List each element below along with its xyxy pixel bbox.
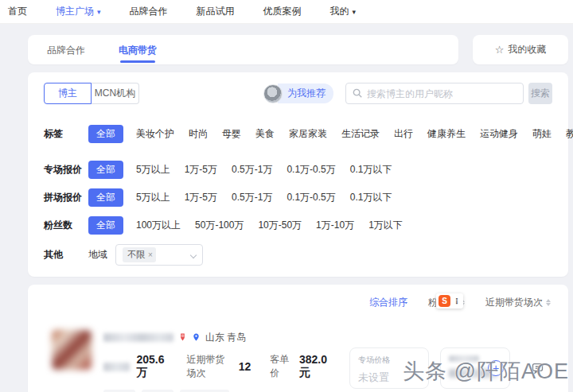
tab-bar: 品牌合作 电商带货	[28, 35, 458, 64]
special-price-all[interactable]: 全部	[88, 161, 123, 179]
special-price-option[interactable]: 1万-5万	[185, 163, 217, 177]
group-price-option[interactable]: 5万以上	[136, 191, 170, 204]
nav-mine[interactable]: 我的 ▾	[330, 5, 357, 18]
tag-option[interactable]: 健康养生	[427, 127, 466, 141]
fans-value: 205.6万	[136, 353, 167, 380]
star-icon: ☆	[495, 44, 505, 56]
avatar[interactable]	[52, 330, 92, 370]
unit-price-label: 客单价	[270, 353, 293, 380]
region-select[interactable]: 不限 ×	[115, 244, 203, 266]
blogger-name-blurred[interactable]	[103, 333, 173, 342]
fans-option[interactable]: 100万以上	[136, 219, 181, 232]
tag-option[interactable]: 家居家装	[289, 127, 327, 141]
search-icon	[352, 87, 363, 99]
recommend-for-me-button[interactable]: 为我推荐	[263, 83, 333, 103]
filter-row-special-price: 专场报价 全部 5万以上 1万-5万 0.5万-1万 0.1万-0.5万 0.1…	[44, 161, 552, 179]
toggle-blogger[interactable]: 博主	[44, 83, 92, 104]
filter-label: 标签	[44, 127, 88, 141]
fans-option[interactable]: 1万-10万	[316, 219, 354, 232]
group-price-option[interactable]: 0.1万以下	[350, 191, 392, 204]
special-price-option[interactable]: 0.5万-1万	[232, 163, 272, 177]
chevron-down-icon	[190, 251, 197, 258]
nav-label: 博主广场	[56, 5, 94, 18]
filter-label: 粉丝数	[44, 219, 88, 232]
main-content: 品牌合作 电商带货 ☆ 我的收藏 博主 MCN机构 为我推荐 搜索 标签	[28, 35, 568, 392]
sort-arrows-icon	[546, 299, 551, 306]
tag-option[interactable]: 美妆个护	[136, 127, 174, 141]
search-input[interactable]	[345, 83, 524, 104]
group-price-option[interactable]: 0.5万-1万	[232, 191, 272, 204]
toggle-mcn[interactable]: MCN机构	[92, 83, 139, 104]
tag-option[interactable]: 出行	[394, 127, 413, 141]
nav-quality-cases[interactable]: 优质案例	[263, 5, 302, 18]
region-selected-tag: 不限 ×	[123, 247, 156, 262]
avatar	[263, 84, 283, 103]
nav-blogger-plaza[interactable]: 博主广场 ▾	[56, 5, 101, 18]
favorites-button[interactable]: ☆ 我的收藏	[473, 35, 568, 64]
search-box	[345, 83, 524, 104]
tag-option[interactable]: 时尚	[189, 127, 208, 141]
region-value: 不限	[127, 249, 145, 261]
nav-product-trial[interactable]: 新品试用	[197, 5, 235, 18]
filter-row-group-price: 拼场报价 全部 5万以上 1万-5万 0.5万-1万 0.1万-0.5万 0.1…	[44, 188, 552, 207]
fans-option[interactable]: 1万以下	[368, 219, 403, 232]
special-price-option[interactable]: 5万以上	[136, 163, 170, 177]
top-nav: 首页 博主广场 ▾ 品牌合作 新品试用 优质案例 我的 ▾	[0, 0, 573, 24]
chevron-down-icon: ▾	[97, 8, 101, 16]
sessions-value: 12	[239, 360, 251, 373]
special-price-option[interactable]: 0.1万-0.5万	[286, 163, 335, 177]
filter-label: 专场报价	[44, 163, 88, 177]
filter-row-tags: 标签 全部 美妆个护 时尚 母婴 美食 家居家装 生活记录 出行 健康养生 运动…	[44, 116, 552, 151]
filter-label: 拼场报价	[44, 191, 88, 204]
group-price-option[interactable]: 0.1万-0.5万	[286, 191, 335, 204]
unit-price-value: 382.0元	[299, 353, 330, 380]
sort-sessions[interactable]: 近期带货场次	[485, 296, 551, 309]
extension-overlay[interactable]: S ⋮	[436, 293, 463, 309]
tag-all[interactable]: 全部	[88, 125, 123, 143]
filter-label: 其他	[44, 248, 88, 262]
type-toggle: 博主 MCN机构	[44, 83, 139, 104]
blogger-location: 山东 青岛	[205, 331, 246, 344]
fans-option[interactable]: 10万-50万	[258, 219, 302, 232]
region-label: 地域	[88, 248, 107, 262]
sort-bar: 综合排序 S ⋮ 粉丝数 近期带货场次	[44, 294, 552, 317]
nav-home[interactable]: 首页	[8, 5, 27, 18]
group-price-option[interactable]: 1万-5万	[185, 191, 217, 204]
tag-option[interactable]: 生活记录	[341, 127, 380, 141]
tag-option[interactable]: 母婴	[222, 127, 241, 141]
fans-all[interactable]: 全部	[88, 216, 123, 235]
search-button[interactable]: 搜索	[528, 83, 552, 104]
tag-option[interactable]: 美食	[255, 127, 275, 141]
tab-ecommerce[interactable]: 电商带货	[117, 37, 158, 63]
fans-option[interactable]: 50万-100万	[195, 219, 244, 232]
favorites-label: 我的收藏	[508, 43, 546, 56]
nav-label: 我的	[330, 5, 349, 18]
remove-tag-icon[interactable]: ×	[148, 250, 153, 259]
sort-composite[interactable]: 综合排序	[369, 296, 407, 309]
stat-label-blurred	[103, 363, 130, 371]
more-dots-icon: ⋮	[453, 297, 461, 305]
nav-brand-coop[interactable]: 品牌合作	[130, 5, 168, 18]
sessions-label: 近期带货场次	[186, 353, 232, 380]
level-badge-icon	[178, 332, 187, 342]
chevron-down-icon: ▾	[353, 8, 357, 16]
filter-panel: 博主 MCN机构 为我推荐 搜索 标签 全部 美妆个护 时尚 母婴 美食 家居家…	[28, 72, 568, 277]
special-price-option[interactable]: 0.1万以下	[350, 163, 392, 177]
recommend-label: 为我推荐	[278, 83, 333, 103]
tag-option[interactable]: 运动健身	[480, 127, 518, 141]
filter-row-other: 其他 地域 不限 ×	[44, 244, 552, 266]
location-pin-icon	[192, 332, 201, 342]
group-price-all[interactable]: 全部	[88, 188, 123, 207]
screenshot-tool-icon: S	[439, 295, 450, 307]
tab-brand-coop[interactable]: 品牌合作	[45, 37, 87, 63]
tag-option[interactable]: 教育	[566, 127, 573, 141]
watermark: 头条 @阡陌AOE	[403, 357, 569, 386]
tag-option[interactable]: 萌娃	[532, 127, 552, 141]
sort-label: 近期带货场次	[485, 296, 543, 309]
filter-row-fans: 粉丝数 全部 100万以上 50万-100万 10万-50万 1万-10万 1万…	[44, 216, 552, 235]
